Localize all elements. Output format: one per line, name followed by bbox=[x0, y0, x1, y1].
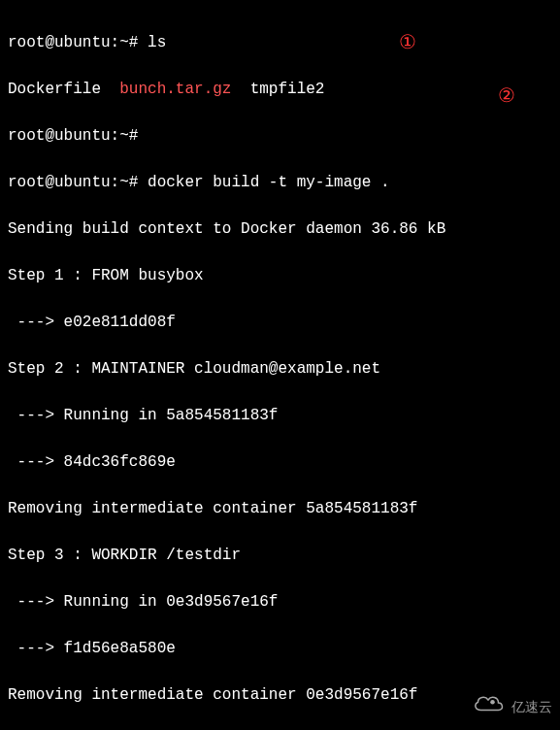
terminal-line: Step 2 : MAINTAINER cloudman@example.net bbox=[8, 357, 552, 381]
prompt: root@ubuntu:~# bbox=[8, 34, 148, 51]
terminal-line: ---> f1d56e8a580e bbox=[8, 637, 552, 660]
terminal-line: Sending build context to Docker daemon 3… bbox=[8, 217, 552, 241]
terminal-line: ---> e02e811dd08f bbox=[8, 311, 552, 334]
svg-point-0 bbox=[490, 700, 495, 705]
file-name: Dockerfile bbox=[8, 81, 119, 98]
file-name: tmpfile2 bbox=[231, 81, 324, 98]
command-text: docker build -t my-image . bbox=[148, 174, 390, 191]
terminal-line: root@ubuntu:~# bbox=[8, 124, 552, 148]
watermark: 亿速云 bbox=[471, 691, 552, 722]
terminal-output: root@ubuntu:~# ls Dockerfile bunch.tar.g… bbox=[8, 8, 552, 730]
watermark-text: 亿速云 bbox=[511, 697, 552, 717]
prompt: root@ubuntu:~# bbox=[8, 174, 148, 191]
terminal-line: root@ubuntu:~# docker build -t my-image … bbox=[8, 171, 552, 194]
terminal-line: ---> Running in 0e3d9567e16f bbox=[8, 590, 552, 614]
terminal-line: Step 1 : FROM busybox bbox=[8, 264, 552, 287]
file-name-archive: bunch.tar.gz bbox=[119, 81, 231, 98]
terminal-line: root@ubuntu:~# ls bbox=[8, 31, 552, 54]
terminal-line: ---> Running in 5a854581183f bbox=[8, 404, 552, 427]
terminal-line: Step 3 : WORKDIR /testdir bbox=[8, 544, 552, 567]
command-text: ls bbox=[148, 34, 166, 51]
annotation-marker-1: ① bbox=[399, 27, 416, 56]
terminal-line: ---> 84dc36fc869e bbox=[8, 450, 552, 474]
terminal-line: Dockerfile bunch.tar.gz tmpfile2 bbox=[8, 78, 552, 101]
terminal-line: Removing intermediate container 5a854581… bbox=[8, 497, 552, 520]
cloud-icon bbox=[471, 691, 506, 722]
annotation-marker-2: ② bbox=[498, 81, 515, 110]
